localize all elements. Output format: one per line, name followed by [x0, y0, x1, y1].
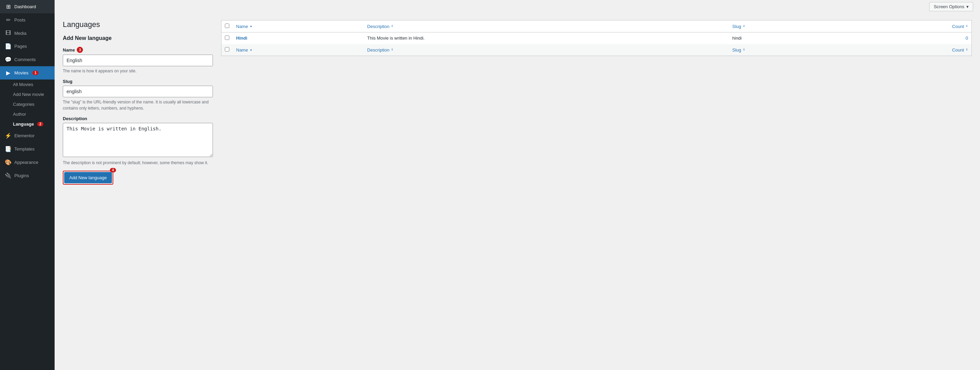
- main-area: Screen Options ▾ Languages Add New langu…: [55, 0, 980, 370]
- checkbox-header: [221, 21, 233, 32]
- slug-sort-arrows: ⇕: [743, 25, 745, 28]
- submenu-add-new-movie[interactable]: Add New movie: [0, 89, 55, 99]
- submit-button-wrapper: Add New language 4: [63, 171, 113, 185]
- submenu-all-movies[interactable]: All Movies: [0, 80, 55, 89]
- sidebar-item-comments[interactable]: 💬 Comments: [0, 53, 55, 66]
- description-label: Description: [63, 116, 213, 121]
- sidebar-item-label: Plugins: [14, 173, 29, 178]
- description-textarea[interactable]: This Movie is written in English.: [63, 123, 213, 157]
- row-name-cell: Hindi: [233, 32, 364, 45]
- footer-slug-sort[interactable]: Slug ⇕: [732, 48, 745, 53]
- posts-icon: ✏: [5, 17, 11, 23]
- description-form-group: Description This Movie is written in Eng…: [63, 116, 213, 166]
- name-sort-button[interactable]: Name ▲: [236, 24, 253, 29]
- movies-submenu: All Movies Add New movie Categories Auth…: [0, 80, 55, 129]
- language-badge: 2: [37, 122, 43, 126]
- footer-checkbox-header: [221, 44, 233, 56]
- row-count-cell: 0: [842, 32, 972, 45]
- footer-name-sort[interactable]: Name ▲: [236, 48, 253, 53]
- sidebar-item-plugins[interactable]: 🔌 Plugins: [0, 169, 55, 182]
- sidebar-item-movies[interactable]: ▶ Movies 1: [0, 66, 55, 80]
- screen-options-button[interactable]: Screen Options ▾: [929, 2, 973, 11]
- footer-count-col: Count ⇕: [842, 44, 972, 56]
- topbar: Screen Options ▾: [55, 0, 980, 13]
- table-footer-row: Name ▲ Description ⇕ Slu: [221, 44, 972, 56]
- table-body: Hindi This Movie is written in Hindi. hi…: [221, 32, 972, 45]
- sidebar: ⊞ Dashboard ✏ Posts 🎞 Media 📄 Pages 💬 Co…: [0, 0, 55, 370]
- pages-icon: 📄: [5, 43, 11, 49]
- media-icon: 🎞: [5, 30, 11, 36]
- screen-options-label: Screen Options: [934, 4, 964, 9]
- slug-input[interactable]: [63, 86, 213, 97]
- row-checkbox-cell: [221, 32, 233, 45]
- sidebar-item-pages[interactable]: 📄 Pages: [0, 40, 55, 53]
- plugins-icon: 🔌: [5, 172, 11, 179]
- count-sort-arrows: ⇕: [966, 25, 968, 28]
- step-4-badge: 4: [110, 168, 116, 172]
- row-count-link[interactable]: 0: [966, 35, 968, 41]
- movies-badge: 1: [32, 71, 38, 75]
- sidebar-item-label: Media: [14, 31, 26, 36]
- count-sort-button[interactable]: Count ⇕: [952, 24, 968, 29]
- row-slug-cell: hindi: [729, 32, 842, 45]
- row-name-link[interactable]: Hindi: [236, 35, 247, 41]
- elementor-icon: ⚡: [5, 132, 11, 139]
- footer-name-col: Name ▲: [233, 44, 364, 56]
- form-subtitle: Add New language: [63, 35, 213, 41]
- footer-slug-col: Slug ⇕: [729, 44, 842, 56]
- table-header-row: Name ▲ Description ⇕ Slu: [221, 21, 972, 32]
- footer-slug-sort-arrow: ⇕: [743, 48, 745, 51]
- name-hint: The name is how it appears on your site.: [63, 68, 213, 74]
- footer-name-sort-arrow: ▲: [250, 48, 253, 51]
- name-form-group: Name 3 The name is how it appears on you…: [63, 47, 213, 74]
- sidebar-item-dashboard[interactable]: ⊞ Dashboard: [0, 0, 55, 13]
- movies-icon: ▶: [5, 70, 11, 76]
- step-3-badge: 3: [77, 47, 83, 53]
- sidebar-item-elementor[interactable]: ⚡ Elementor: [0, 129, 55, 142]
- footer-description-sort-arrow: ⇕: [391, 48, 393, 51]
- description-column-header: Description ⇕: [364, 21, 729, 32]
- name-column-header: Name ▲: [233, 21, 364, 32]
- footer-description-sort[interactable]: Description ⇕: [367, 48, 393, 53]
- table-row: Hindi This Movie is written in Hindi. hi…: [221, 32, 972, 45]
- content-area: Languages Add New language Name 3 The na…: [55, 13, 980, 370]
- sidebar-item-label: Templates: [14, 147, 35, 152]
- row-checkbox[interactable]: [225, 35, 229, 40]
- sidebar-item-posts[interactable]: ✏ Posts: [0, 13, 55, 27]
- page-title: Languages: [63, 20, 213, 29]
- form-section: Languages Add New language Name 3 The na…: [63, 20, 213, 363]
- comments-icon: 💬: [5, 56, 11, 63]
- appearance-icon: 🎨: [5, 159, 11, 166]
- description-sort-button[interactable]: Description ⇕: [367, 24, 393, 29]
- footer-select-all-checkbox[interactable]: [225, 47, 229, 51]
- submenu-author[interactable]: Author: [0, 109, 55, 119]
- sidebar-item-appearance[interactable]: 🎨 Appearance: [0, 156, 55, 169]
- submit-area: Add New language 4: [63, 171, 213, 185]
- name-input[interactable]: [63, 54, 213, 66]
- description-sort-arrows: ⇕: [391, 25, 393, 28]
- sidebar-item-label: Movies: [14, 70, 28, 75]
- sidebar-item-label: Posts: [14, 18, 25, 22]
- description-hint: The description is not prominent by defa…: [63, 160, 213, 166]
- footer-count-sort-arrow: ⇕: [966, 48, 968, 51]
- sidebar-item-label: Pages: [14, 44, 27, 49]
- slug-form-group: Slug The "slug" is the URL-friendly vers…: [63, 79, 213, 111]
- languages-table: Name ▲ Description ⇕ Slu: [221, 20, 972, 56]
- sidebar-item-media[interactable]: 🎞 Media: [0, 27, 55, 40]
- sidebar-item-templates[interactable]: 📑 Templates: [0, 142, 55, 156]
- row-description-cell: This Movie is written in Hindi.: [364, 32, 729, 45]
- footer-count-sort[interactable]: Count ⇕: [952, 48, 968, 53]
- table-section: Name ▲ Description ⇕ Slu: [221, 20, 972, 363]
- slug-column-header: Slug ⇕: [729, 21, 842, 32]
- sidebar-item-label: Dashboard: [14, 4, 36, 9]
- slug-sort-button[interactable]: Slug ⇕: [732, 24, 745, 29]
- name-sort-arrows: ▲: [250, 25, 253, 28]
- submenu-categories[interactable]: Categories: [0, 99, 55, 109]
- select-all-checkbox[interactable]: [225, 24, 229, 28]
- submenu-language[interactable]: Language 2: [0, 119, 55, 129]
- count-column-header: Count ⇕: [842, 21, 972, 32]
- slug-hint: The "slug" is the URL-friendly version o…: [63, 99, 213, 111]
- add-new-language-button[interactable]: Add New language: [64, 172, 112, 183]
- slug-label: Slug: [63, 79, 213, 84]
- footer-description-col: Description ⇕: [364, 44, 729, 56]
